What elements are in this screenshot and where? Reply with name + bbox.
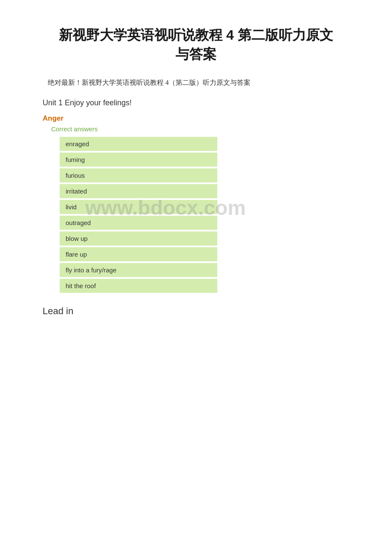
- answer-item: enraged: [60, 137, 217, 151]
- answer-item: irritated: [60, 184, 217, 198]
- anger-section-title: Anger: [43, 114, 358, 123]
- answer-item: outraged: [60, 216, 217, 230]
- subtitle-text: 绝对最新！新视野大学英语视听说教程 4（第二版）听力原文与答案: [34, 77, 358, 88]
- answer-item: flare up: [60, 247, 217, 261]
- answer-item: livid: [60, 200, 217, 214]
- answer-item: blow up: [60, 231, 217, 246]
- unit-heading: Unit 1 Enjoy your feelings!: [43, 98, 358, 107]
- answer-item: hit the roof: [60, 279, 217, 293]
- page-title: 新视野大学英语视听说教程 4 第二版听力原文 与答案: [34, 26, 358, 64]
- answers-list: enragedfumingfuriousirritatedlividoutrag…: [60, 137, 358, 293]
- answer-item: furious: [60, 168, 217, 182]
- answer-item: fly into a fury/rage: [60, 263, 217, 277]
- correct-answers-label: Correct answers: [51, 125, 358, 133]
- lead-in-heading: Lead in: [43, 306, 358, 317]
- answer-item: fuming: [60, 153, 217, 167]
- page-container: 新视野大学英语视听说教程 4 第二版听力原文 与答案 绝对最新！新视野大学英语视…: [34, 26, 358, 317]
